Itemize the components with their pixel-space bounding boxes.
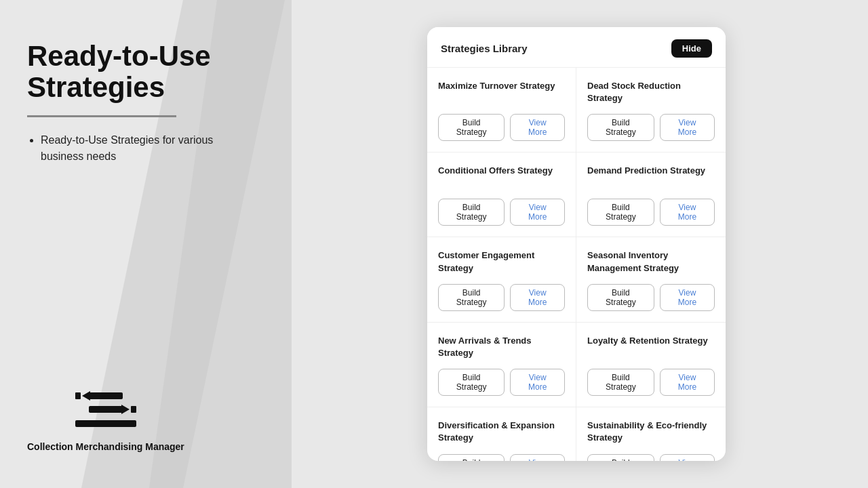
- card-header: Strategies Library Hide: [427, 27, 726, 68]
- strategy-name: Dead Stock Reduction Strategy: [587, 80, 715, 104]
- strategy-name: Diversification & Expansion Strategy: [438, 420, 565, 444]
- strategy-name: New Arrivals & Trends Strategy: [438, 335, 565, 359]
- card-header-title: Strategies Library: [441, 43, 528, 54]
- strategy-actions: Build StrategyView More: [438, 199, 565, 226]
- view-more-button[interactable]: View More: [660, 199, 715, 226]
- strategy-cell: Dead Stock Reduction StrategyBuild Strat…: [576, 68, 726, 152]
- svg-rect-3: [89, 392, 123, 399]
- build-strategy-button[interactable]: Build Strategy: [587, 454, 654, 462]
- build-strategy-button[interactable]: Build Strategy: [587, 369, 654, 396]
- view-more-button[interactable]: View More: [510, 284, 565, 311]
- strategy-actions: Build StrategyView More: [587, 114, 715, 141]
- svg-rect-8: [131, 406, 136, 413]
- strategy-actions: Build StrategyView More: [438, 114, 565, 141]
- strategy-name: Loyalty & Retention Strategy: [587, 335, 715, 359]
- view-more-button[interactable]: View More: [510, 199, 565, 226]
- bullet-item: Ready-to-Use Strategies for various busi…: [41, 132, 258, 165]
- strategy-cell: Demand Prediction StrategyBuild Strategy…: [576, 152, 726, 237]
- strategy-name: Sustainability & Eco-friendly Strategy: [587, 420, 715, 444]
- right-panel: Strategies Library Hide Maximize Turnove…: [285, 0, 868, 488]
- view-more-button[interactable]: View More: [660, 454, 715, 462]
- strategy-cell: Customer Engagement StrategyBuild Strate…: [427, 237, 576, 322]
- hide-button[interactable]: Hide: [671, 39, 712, 58]
- build-strategy-button[interactable]: Build Strategy: [438, 199, 505, 226]
- view-more-button[interactable]: View More: [660, 369, 715, 396]
- build-strategy-button[interactable]: Build Strategy: [587, 199, 654, 226]
- build-strategy-button[interactable]: Build Strategy: [587, 114, 654, 141]
- strategy-actions: Build StrategyView More: [587, 284, 715, 311]
- svg-marker-7: [121, 405, 130, 414]
- logo-text: Collection Merchandising Manager: [27, 441, 184, 454]
- svg-rect-5: [75, 392, 81, 399]
- strategy-name: Maximize Turnover Strategy: [438, 80, 565, 104]
- logo-area: Collection Merchandising Manager: [27, 388, 184, 454]
- svg-rect-9: [75, 420, 136, 427]
- logo-icon: [68, 388, 143, 432]
- strategy-name: Customer Engagement Strategy: [438, 249, 565, 274]
- svg-marker-4: [82, 391, 90, 401]
- strategies-card: Strategies Library Hide Maximize Turnove…: [427, 27, 726, 461]
- strategy-cell: Diversification & Expansion StrategyBuil…: [427, 407, 576, 461]
- build-strategy-button[interactable]: Build Strategy: [438, 284, 505, 311]
- strategy-cell: Maximize Turnover StrategyBuild Strategy…: [427, 68, 576, 152]
- build-strategy-button[interactable]: Build Strategy: [438, 369, 505, 396]
- strategy-actions: Build StrategyView More: [438, 369, 565, 396]
- page-title: Ready-to-Use Strategies: [27, 41, 258, 103]
- view-more-button[interactable]: View More: [660, 114, 715, 141]
- strategy-name: Conditional Offers Strategy: [438, 165, 565, 189]
- strategy-name: Demand Prediction Strategy: [587, 165, 715, 189]
- strategy-cell: Seasonal Inventory Management StrategyBu…: [576, 237, 726, 322]
- title-divider: [27, 115, 176, 117]
- left-panel: Ready-to-Use Strategies Ready-to-Use Str…: [0, 0, 285, 488]
- view-more-button[interactable]: View More: [660, 284, 715, 311]
- strategy-actions: Build StrategyView More: [587, 199, 715, 226]
- build-strategy-button[interactable]: Build Strategy: [587, 284, 654, 311]
- strategy-cell: Conditional Offers StrategyBuild Strateg…: [427, 152, 576, 237]
- view-more-button[interactable]: View More: [510, 454, 565, 462]
- strategy-actions: Build StrategyView More: [587, 369, 715, 396]
- bullet-list: Ready-to-Use Strategies for various busi…: [27, 132, 258, 165]
- strategies-grid: Maximize Turnover StrategyBuild Strategy…: [427, 68, 726, 461]
- strategy-cell: New Arrivals & Trends StrategyBuild Stra…: [427, 323, 576, 407]
- strategy-name: Seasonal Inventory Management Strategy: [587, 249, 715, 274]
- strategy-actions: Build StrategyView More: [438, 454, 565, 462]
- view-more-button[interactable]: View More: [510, 369, 565, 396]
- strategy-cell: Sustainability & Eco-friendly StrategyBu…: [576, 407, 726, 461]
- strategy-actions: Build StrategyView More: [438, 284, 565, 311]
- build-strategy-button[interactable]: Build Strategy: [438, 114, 505, 141]
- view-more-button[interactable]: View More: [510, 114, 565, 141]
- build-strategy-button[interactable]: Build Strategy: [438, 454, 505, 462]
- svg-rect-6: [89, 406, 123, 413]
- strategy-actions: Build StrategyView More: [587, 454, 715, 462]
- strategy-cell: Loyalty & Retention StrategyBuild Strate…: [576, 323, 726, 407]
